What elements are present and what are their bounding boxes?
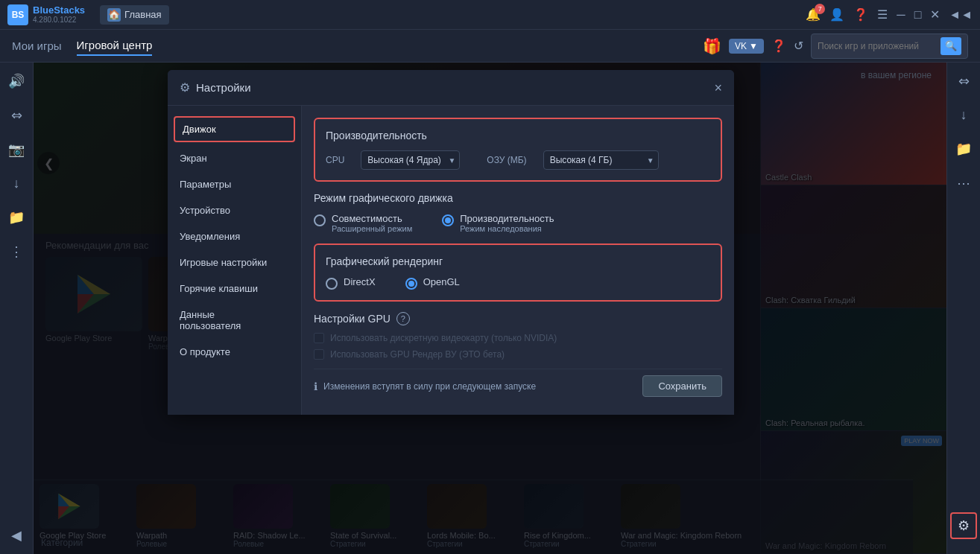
- cpu-label: CPU: [326, 155, 344, 165]
- sidebar-folder-icon[interactable]: 📁: [5, 206, 28, 229]
- gpu-checkbox-2-label: Использовать GPU Рендер ВУ (ЭТО бета): [330, 349, 505, 360]
- sidebar-screenshot-icon[interactable]: 📷: [5, 138, 28, 161]
- maximize-icon: □: [914, 8, 922, 21]
- settings-nav-notifications-label: Уведомления: [180, 231, 240, 242]
- radio-opengl-dot: [408, 281, 414, 287]
- ram-select[interactable]: Высокая (4 ГБ) Средняя (2 ГБ) Очень высо…: [543, 150, 659, 170]
- search-button[interactable]: 🔍: [941, 37, 961, 55]
- top-bar: BS BlueStacks 4.280.0.1022 🏠 Главная 🔔 7…: [0, 0, 980, 30]
- sidebar-speaker-icon[interactable]: 🔊: [5, 70, 28, 92]
- top-bar-right: 🔔 7 👤 ❓ ☰ ─ □ ✕ ◄◄: [806, 7, 973, 22]
- minimize-button[interactable]: ─: [897, 8, 905, 22]
- gpu-title: Настройки GPU: [314, 313, 391, 325]
- refresh-button[interactable]: ↺: [794, 39, 803, 53]
- help-icon: ❓: [853, 8, 868, 21]
- settings-nav-notifications[interactable]: Уведомления: [168, 223, 301, 249]
- settings-content-panel: Производительность CPU Высокая (4 Ядра) …: [302, 106, 734, 415]
- nav-right: 🎁 VK ▼ ❓ ↺ 🔍: [703, 34, 968, 59]
- account-button[interactable]: 👤: [829, 7, 844, 22]
- home-label: Главная: [124, 9, 161, 20]
- ram-label: ОЗУ (МБ): [487, 155, 526, 165]
- search-box: 🔍: [811, 34, 968, 59]
- graphic-render-title: Графический рендеринг: [326, 255, 710, 267]
- right-sidebar-expand-icon[interactable]: ⇔: [955, 70, 973, 92]
- notification-badge: 7: [815, 4, 825, 14]
- sidebar-expand-icon[interactable]: ⇔: [8, 104, 25, 127]
- user-icon: 👤: [829, 8, 844, 21]
- search-icon: 🔍: [945, 40, 957, 51]
- settings-nav-engine[interactable]: Движок: [174, 116, 295, 142]
- collapse-button[interactable]: ◄◄: [949, 8, 973, 22]
- notifications-button[interactable]: 🔔 7: [806, 7, 821, 22]
- settings-nav-hotkeys[interactable]: Горячие клавиши: [168, 276, 301, 302]
- vk-button[interactable]: VK ▼: [729, 39, 764, 54]
- gpu-checkbox-2[interactable]: [314, 349, 324, 360]
- settings-nav-user-data[interactable]: Данныепользователя: [168, 302, 301, 339]
- radio-directx[interactable]: DirectX: [326, 276, 376, 290]
- cpu-select[interactable]: Высокая (4 Ядра) Низкая (1 Ядро) Средняя…: [361, 150, 460, 170]
- settings-nav-params[interactable]: Параметры: [168, 171, 301, 197]
- radio-perf-sublabel: Режим наследования: [460, 224, 554, 233]
- cpu-ram-row: CPU Высокая (4 Ядра) Низкая (1 Ядро) Сре…: [326, 150, 710, 170]
- right-sidebar-download-icon[interactable]: ↓: [958, 104, 970, 126]
- settings-btn-right-icon: ⚙: [958, 518, 970, 534]
- right-sidebar-folder-icon[interactable]: 📁: [952, 138, 975, 160]
- settings-nav-device-label: Устройство: [180, 205, 230, 216]
- settings-button-right[interactable]: ⚙: [950, 512, 977, 539]
- sidebar-arrow-left-icon[interactable]: ◀: [8, 524, 25, 547]
- performance-section: Производительность CPU Высокая (4 Ядра) …: [314, 118, 722, 182]
- right-sidebar: ⇔ ↓ 📁 ⋯ ⚙: [946, 63, 980, 554]
- cpu-select-wrapper: Высокая (4 Ядра) Низкая (1 Ядро) Средняя…: [361, 150, 460, 170]
- save-button[interactable]: Сохранить: [642, 375, 722, 397]
- performance-title: Производительность: [326, 130, 710, 141]
- settings-nav-screen-label: Экран: [180, 153, 207, 164]
- menu-button[interactable]: ☰: [877, 7, 888, 22]
- radio-perf-circle[interactable]: [442, 214, 454, 226]
- radio-opengl-circle[interactable]: [405, 278, 417, 290]
- vk-chevron: ▼: [749, 41, 758, 51]
- sidebar-dots-icon[interactable]: ⋮: [7, 241, 26, 263]
- help-button[interactable]: ❓: [853, 7, 868, 22]
- radio-compat[interactable]: Совместимость Расширенный режим: [314, 213, 412, 233]
- gpu-checkbox-1[interactable]: [314, 333, 324, 343]
- search-input[interactable]: [818, 41, 937, 51]
- nav-my-games[interactable]: Мои игры: [12, 36, 62, 55]
- nav-help-button[interactable]: ❓: [771, 39, 786, 53]
- gift-button[interactable]: 🎁: [703, 37, 721, 55]
- bluestacks-icon: BS: [7, 4, 28, 25]
- settings-nav-hotkeys-label: Горячие клавиши: [180, 283, 258, 294]
- ram-select-wrapper: Высокая (4 ГБ) Средняя (2 ГБ) Очень высо…: [543, 150, 659, 170]
- radio-perf-dot: [445, 217, 451, 223]
- gpu-help-icon[interactable]: ?: [396, 312, 410, 325]
- app-logo: BS BlueStacks 4.280.0.1022: [7, 4, 85, 25]
- vk-icon: VK: [735, 41, 747, 51]
- settings-nav-about-label: О продукте: [180, 346, 230, 357]
- graphics-mode-section: Режим графического движка Совместимость …: [314, 192, 722, 233]
- main-content: 🔊 ⇔ 📷 ↓ 📁 ⋮ ◀ FREE ⚠ STATESURVIVAL: [0, 63, 980, 554]
- radio-directx-circle[interactable]: [326, 278, 338, 290]
- modal-close-button[interactable]: ×: [714, 81, 722, 95]
- settings-nav-game-settings[interactable]: Игровые настройки: [168, 249, 301, 276]
- gpu-title-row: Настройки GPU ?: [314, 312, 722, 325]
- graphics-mode-radio-row: Совместимость Расширенный режим: [314, 213, 722, 233]
- gpu-section: Настройки GPU ? Использовать дискретную …: [314, 312, 722, 360]
- close-window-button[interactable]: ✕: [930, 7, 940, 22]
- settings-nav-about[interactable]: О продукте: [168, 339, 301, 365]
- right-sidebar-dots-icon[interactable]: ⋯: [954, 172, 973, 194]
- radio-perf[interactable]: Производительность Режим наследования: [442, 213, 554, 233]
- menu-icon: ☰: [877, 8, 888, 21]
- nav-bar: Мои игры Игровой центр 🎁 VK ▼ ❓ ↺ 🔍: [0, 30, 980, 63]
- home-button[interactable]: 🏠 Главная: [100, 5, 168, 25]
- maximize-button[interactable]: □: [914, 8, 922, 22]
- radio-opengl-label: OpenGL: [423, 276, 460, 287]
- app-version: 4.280.0.1022: [33, 16, 85, 25]
- settings-nav-game-settings-label: Игровые настройки: [180, 257, 267, 268]
- radio-compat-circle[interactable]: [314, 214, 326, 226]
- nav-game-center[interactable]: Игровой центр: [77, 36, 153, 56]
- content-area: FREE ⚠ STATESURVIVAL STRATS ❮ Рекомендац…: [34, 63, 946, 554]
- sidebar-download-icon[interactable]: ↓: [10, 173, 23, 194]
- radio-opengl[interactable]: OpenGL: [405, 276, 460, 290]
- settings-nav: Движок Экран Параметры Устройство Уведом: [168, 106, 302, 415]
- settings-nav-device[interactable]: Устройство: [168, 197, 301, 223]
- settings-nav-screen[interactable]: Экран: [168, 145, 301, 171]
